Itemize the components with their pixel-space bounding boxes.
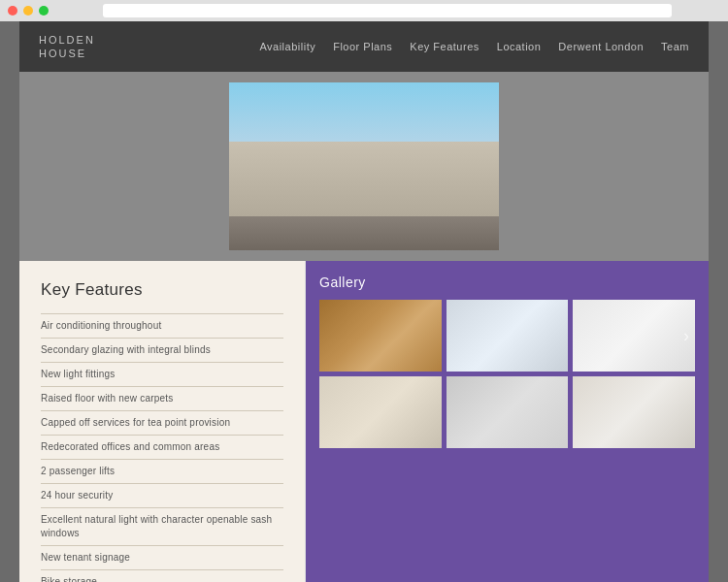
url-bar[interactable] <box>103 4 672 17</box>
nav-key-features[interactable]: Key Features <box>410 41 479 52</box>
nav-floor-plans[interactable]: Floor Plans <box>333 41 392 52</box>
gallery-thumb-4[interactable] <box>319 376 442 448</box>
gallery-thumb-6[interactable] <box>573 376 695 448</box>
nav-location[interactable]: Location <box>497 41 542 52</box>
hero-area <box>19 72 709 261</box>
nav-team[interactable]: Team <box>661 41 689 52</box>
feature-item: Bike storage <box>41 570 283 582</box>
maximize-icon[interactable] <box>39 6 49 16</box>
feature-item: Secondary glazing with integral blinds <box>41 339 283 363</box>
gallery-title: Gallery <box>319 275 695 290</box>
hero-image <box>229 82 499 250</box>
feature-item: 2 passenger lifts <box>41 460 283 484</box>
feature-item: New tenant signage <box>41 546 283 570</box>
site-header: HOLDEN HOUSE Availability Floor Plans Ke… <box>19 21 709 72</box>
feature-item: Capped off services for tea point provis… <box>41 411 283 436</box>
feature-item: New light fittings <box>41 363 283 387</box>
features-list: Air conditioning throughout Secondary gl… <box>41 313 283 582</box>
gallery-thumb-3[interactable]: › <box>573 300 695 372</box>
nav-derwent-london[interactable]: Derwent London <box>558 41 644 52</box>
feature-item: Air conditioning throughout <box>41 313 283 339</box>
minimize-icon[interactable] <box>23 6 33 16</box>
gallery-next-arrow[interactable]: › <box>683 326 689 346</box>
site-logo: HOLDEN HOUSE <box>39 33 95 61</box>
feature-item: Raised floor with new carpets <box>41 387 283 411</box>
feature-item: 24 hour security <box>41 484 283 508</box>
site-nav: Availability Floor Plans Key Features Lo… <box>259 41 689 52</box>
content-area: Key Features Air conditioning throughout… <box>19 261 709 582</box>
key-features-title: Key Features <box>41 280 283 300</box>
gallery-thumb-2[interactable] <box>447 300 569 372</box>
feature-item: Excellent natural light with character o… <box>41 508 283 546</box>
browser-window: HOLDEN HOUSE Availability Floor Plans Ke… <box>19 21 709 582</box>
title-bar <box>0 0 728 21</box>
gallery-thumb-5[interactable] <box>447 376 569 448</box>
key-features-panel: Key Features Air conditioning throughout… <box>19 261 306 582</box>
gallery-thumb-1[interactable] <box>319 300 442 372</box>
close-icon[interactable] <box>8 6 17 16</box>
feature-item: Redecorated offices and common areas <box>41 436 283 460</box>
gallery-grid: › <box>319 300 695 448</box>
gallery-panel: Gallery › <box>306 261 709 582</box>
nav-availability[interactable]: Availability <box>259 41 315 52</box>
